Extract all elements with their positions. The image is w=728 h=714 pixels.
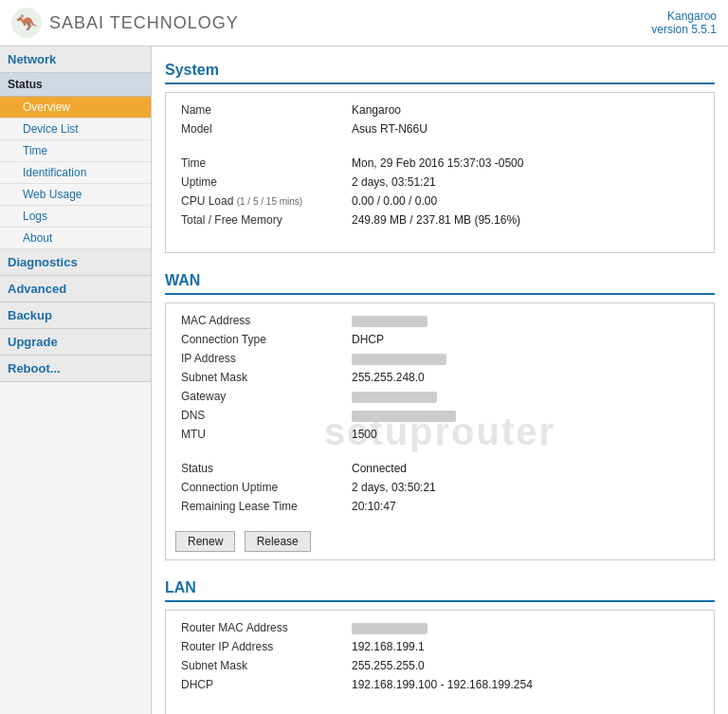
table-row: Subnet Mask 255.255.248.0	[175, 368, 704, 387]
lan-table: Router MAC Address Router IP Address 192…	[175, 618, 704, 694]
wan-uptime-label: Connection Uptime	[175, 478, 346, 497]
renew-button[interactable]: Renew	[175, 531, 235, 552]
sidebar: Network Status Overview Device List Time…	[0, 46, 152, 714]
table-row: Status Connected	[175, 459, 704, 478]
wan-status-table: Status Connected Connection Uptime 2 day…	[175, 459, 704, 516]
wan-lease-value: 20:10:47	[346, 497, 704, 516]
table-row: Total / Free Memory 249.89 MB / 237.81 M…	[175, 211, 704, 229]
lan-dhcp-value: 192.168.199.100 - 192.168.199.254	[346, 675, 704, 694]
wan-table: MAC Address Connection Type DHCP IP Addr…	[175, 311, 704, 444]
device-name: Kangaroo	[651, 9, 717, 23]
version-info: Kangaroo version 5.5.1	[651, 9, 717, 36]
lan-mac-label: Router MAC Address	[175, 618, 346, 637]
sidebar-item-diagnostics[interactable]: Diagnostics	[0, 249, 151, 276]
sidebar-item-web-usage[interactable]: Web Usage	[0, 184, 151, 206]
wan-mtu-label: MTU	[175, 425, 346, 444]
table-row: Uptime 2 days, 03:51:21	[175, 173, 704, 192]
wan-mac-label: MAC Address	[175, 311, 346, 330]
cpu-sublabel: (1 / 5 / 15 mins)	[237, 196, 302, 207]
sidebar-item-identification[interactable]: Identification	[0, 162, 151, 184]
sidebar-item-device-list[interactable]: Device List	[0, 119, 151, 140]
table-row: Gateway	[175, 387, 704, 406]
wan-status-label: Status	[175, 459, 346, 478]
system-table2: Time Mon, 29 Feb 2016 15:37:03 -0500 Upt…	[175, 154, 704, 229]
lan-subnet-value: 255.255.255.0	[346, 656, 704, 675]
logo-brand: SABAI	[49, 13, 104, 32]
version-label: version 5.5.1	[651, 23, 717, 36]
lan-section: Router MAC Address Router IP Address 192…	[165, 610, 715, 714]
sidebar-item-logs[interactable]: Logs	[0, 206, 151, 228]
lan-dhcp-label: DHCP	[175, 675, 346, 694]
memory-value: 249.89 MB / 237.81 MB (95.16%)	[346, 211, 704, 229]
system-title: System	[165, 56, 715, 84]
table-row: Model Asus RT-N66U	[175, 119, 704, 138]
sidebar-item-network[interactable]: Network	[0, 46, 151, 73]
table-row: CPU Load (1 / 5 / 15 mins) 0.00 / 0.00 /…	[175, 192, 704, 211]
wan-status-value: Connected	[346, 459, 704, 478]
table-row: MAC Address	[175, 311, 704, 330]
cpu-label: CPU Load (1 / 5 / 15 mins)	[175, 192, 346, 211]
wan-dns-value	[346, 406, 704, 425]
sidebar-item-upgrade[interactable]: Upgrade	[0, 329, 151, 356]
wan-conn-value: DHCP	[346, 330, 704, 349]
table-row: Name Kangaroo	[175, 101, 704, 119]
model-label: Model	[175, 119, 346, 138]
table-row: Remaining Lease Time 20:10:47	[175, 497, 704, 516]
system-section: Name Kangaroo Model Asus RT-N66U Time Mo…	[165, 92, 715, 253]
name-label: Name	[175, 101, 346, 119]
wan-mac-value	[346, 311, 704, 330]
sidebar-section-status[interactable]: Status	[0, 73, 151, 97]
cpu-value: 0.00 / 0.00 / 0.00	[346, 192, 704, 211]
table-row: Router MAC Address	[175, 618, 704, 637]
lan-subnet-label: Subnet Mask	[175, 656, 346, 675]
wan-gw-label: Gateway	[175, 387, 346, 406]
table-row: Router IP Address 192.168.199.1	[175, 637, 704, 656]
sidebar-item-backup[interactable]: Backup	[0, 302, 151, 329]
wan-uptime-value: 2 days, 03:50:21	[346, 478, 704, 497]
wan-mtu-value: 1500	[346, 425, 704, 444]
wan-subnet-label: Subnet Mask	[175, 368, 346, 387]
sidebar-item-advanced[interactable]: Advanced	[0, 276, 151, 302]
layout: Network Status Overview Device List Time…	[0, 46, 728, 714]
wan-section: setuprouter MAC Address Connection Type …	[165, 302, 715, 560]
lan-title: LAN	[165, 574, 715, 602]
lan-ip-label: Router IP Address	[175, 637, 346, 656]
table-row: Connection Uptime 2 days, 03:50:21	[175, 478, 704, 497]
sidebar-item-overview[interactable]: Overview	[0, 97, 151, 119]
lan-ip-value: 192.168.199.1	[346, 637, 704, 656]
time-value: Mon, 29 Feb 2016 15:37:03 -0500	[346, 154, 704, 173]
wan-gw-value	[346, 387, 704, 406]
logo-text: SABAI TECHNOLOGY	[49, 13, 239, 33]
uptime-label: Uptime	[175, 173, 346, 192]
logo: 🦘 SABAI TECHNOLOGY	[11, 8, 239, 38]
table-row: Time Mon, 29 Feb 2016 15:37:03 -0500	[175, 154, 704, 173]
main-content: System Name Kangaroo Model Asus RT-N66U …	[152, 46, 728, 714]
release-button[interactable]: Release	[245, 531, 311, 552]
sidebar-item-time[interactable]: Time	[0, 140, 151, 162]
uptime-value: 2 days, 03:51:21	[346, 173, 704, 192]
wan-dns-label: DNS	[175, 406, 346, 425]
system-table: Name Kangaroo Model Asus RT-N66U	[175, 101, 704, 138]
time-label: Time	[175, 154, 346, 173]
memory-label: Total / Free Memory	[175, 211, 346, 229]
sidebar-item-reboot[interactable]: Reboot...	[0, 356, 151, 382]
header: 🦘 SABAI TECHNOLOGY Kangaroo version 5.5.…	[0, 0, 728, 46]
table-row: DNS	[175, 406, 704, 425]
name-value: Kangaroo	[346, 101, 704, 119]
wan-subnet-value: 255.255.248.0	[346, 368, 704, 387]
lan-mac-value	[346, 618, 704, 637]
table-row: DHCP 192.168.199.100 - 192.168.199.254	[175, 675, 704, 694]
logo-icon: 🦘	[11, 8, 42, 38]
wan-conn-label: Connection Type	[175, 330, 346, 349]
table-row: Connection Type DHCP	[175, 330, 704, 349]
sidebar-item-about[interactable]: About	[0, 228, 151, 249]
wan-title: WAN	[165, 266, 715, 295]
table-row: IP Address	[175, 349, 704, 368]
wan-ip-value	[346, 349, 704, 368]
table-row: MTU 1500	[175, 425, 704, 444]
wan-lease-label: Remaining Lease Time	[175, 497, 346, 516]
table-row: Subnet Mask 255.255.255.0	[175, 656, 704, 675]
model-value: Asus RT-N66U	[346, 119, 704, 138]
logo-sub: TECHNOLOGY	[104, 13, 239, 32]
wan-ip-label: IP Address	[175, 349, 346, 368]
